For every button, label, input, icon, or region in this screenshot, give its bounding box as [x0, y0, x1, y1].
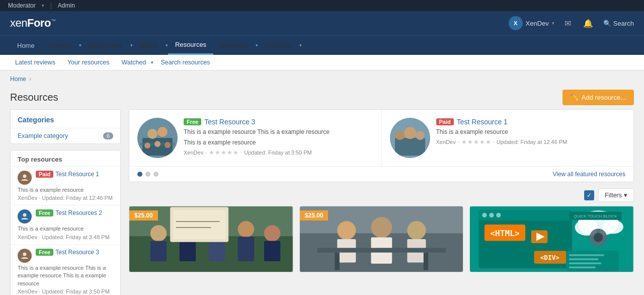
badge-paid: Paid — [436, 118, 454, 125]
add-resource-button[interactable]: ✏️ Add resource... — [562, 90, 634, 105]
add-resource-label: Add resource... — [582, 94, 626, 101]
featured-item-2[interactable]: Paid Test Resource 1 This is a example r… — [382, 110, 634, 166]
main-nav: Home Forums ▾ What's new ▾ Media ▾ Resou… — [0, 35, 644, 55]
filter-check-button[interactable]: ✓ — [584, 190, 594, 200]
svg-point-9 — [144, 142, 150, 149]
moderator-link[interactable]: Moderator — [8, 2, 36, 9]
resource-name[interactable]: Test Resources 2 — [55, 209, 102, 216]
subnav-latest-reviews[interactable]: Latest reviews — [10, 55, 60, 70]
resource-name[interactable]: Test Resource 3 — [55, 249, 99, 256]
breadcrumb-home[interactable]: Home — [10, 76, 26, 83]
featured-author-1: XenDev — [184, 150, 203, 156]
featured-meta-2: XenDev · ★ ★ ★ ★ ★ · Updated: Friday at … — [436, 138, 626, 145]
example-category-link[interactable]: Example category — [18, 132, 68, 139]
svg-rect-24 — [209, 239, 225, 261]
featured-item[interactable]: Free Test Resource 3 This is a example r… — [129, 110, 382, 166]
resource-desc: This is a example resource This is a exa… — [18, 264, 113, 287]
alerts-button[interactable]: 🔔 — [581, 17, 595, 30]
svg-point-39 — [407, 221, 426, 240]
svg-point-49 — [497, 213, 501, 217]
featured-author-2: XenDev — [436, 139, 456, 145]
list-item[interactable]: Paid Test Resource 1 This is a example r… — [11, 166, 120, 205]
resource-desc: This is a example resource — [18, 225, 113, 233]
category-item[interactable]: Example category 6 — [11, 128, 120, 143]
logo[interactable]: xenForo™ — [10, 17, 55, 30]
watched-arrow: ▾ — [151, 60, 153, 65]
categories-section: Categories Example category 6 — [10, 109, 121, 144]
list-item[interactable]: Free Test Resource 3 This is a example r… — [11, 244, 120, 295]
svg-point-47 — [482, 213, 487, 217]
carousel-controls: View all featured resources — [129, 166, 633, 182]
search-label: Search — [613, 20, 634, 27]
svg-point-19 — [150, 225, 167, 241]
nav-media[interactable]: Media ▾ — [133, 37, 168, 54]
svg-point-58 — [603, 220, 624, 234]
search-icon: 🔍 — [603, 20, 611, 27]
resource-grid: $25.00 — [129, 206, 634, 272]
featured-carousel: Free Test Resource 3 This is a example r… — [129, 109, 634, 182]
card-image-1: $25.00 — [129, 206, 293, 272]
list-item[interactable]: Free Test Resources 2 This is a example … — [11, 205, 120, 244]
svg-point-1 — [23, 213, 27, 217]
edit-icon: ✏️ — [571, 94, 579, 101]
star-rating-2: ★ ★ ★ ★ ★ — [461, 138, 491, 145]
messages-button[interactable]: ✉ — [562, 17, 573, 30]
carousel-dot-3[interactable] — [153, 172, 158, 177]
featured-title-2[interactable]: Test Resource 1 — [457, 118, 508, 126]
breadcrumb-separator: › — [29, 76, 31, 83]
price-badge-2: $25.00 — [300, 210, 329, 220]
avatar — [18, 209, 32, 224]
nav-home[interactable]: Home — [10, 37, 42, 54]
resource-meta: XenDev · Updated: Friday at 12:46 PM — [18, 195, 113, 201]
badge-free: Free — [36, 209, 53, 216]
featured-updated-2: Updated: Friday at 12:46 PM — [497, 139, 568, 145]
badge-free: Free — [36, 249, 53, 256]
search-button[interactable]: 🔍 Search — [603, 20, 634, 27]
carousel-dots — [137, 172, 158, 177]
nav-members[interactable]: Members ▾ — [213, 37, 258, 54]
svg-rect-64 — [603, 236, 607, 239]
featured-thumb-1 — [137, 118, 178, 158]
products-arrow: ▾ — [299, 43, 302, 48]
filters-button[interactable]: Filters ▾ — [598, 188, 634, 202]
svg-rect-26 — [238, 237, 254, 261]
subnav-your-resources[interactable]: Your resources — [62, 55, 115, 70]
subnav-search-resources[interactable]: Search resources — [155, 55, 215, 70]
nav-whats-new[interactable]: What's new ▾ — [82, 37, 133, 54]
svg-rect-42 — [335, 253, 339, 270]
resource-card[interactable]: $25.00 — [299, 206, 464, 272]
star-rating-1: ★ ★ ★ ★ ★ — [209, 149, 238, 156]
card-image-2: $25.00 — [300, 206, 463, 272]
sub-nav: Latest reviews Your resources Watched ▾ … — [0, 55, 644, 70]
filters-bar: ✓ Filters ▾ — [129, 188, 634, 202]
svg-rect-61 — [597, 229, 600, 233]
resource-card[interactable]: $25.00 — [129, 206, 293, 272]
carousel-dot-2[interactable] — [145, 172, 150, 177]
nav-resources[interactable]: Resources — [168, 36, 213, 55]
nav-products[interactable]: Products ▾ — [258, 37, 301, 54]
subnav-watched[interactable]: Watched — [117, 55, 151, 70]
main-content: Free Test Resource 3 This is a example r… — [129, 109, 634, 295]
nav-forums[interactable]: Forums ▾ — [42, 37, 82, 54]
carousel-dot-1[interactable] — [137, 172, 142, 177]
svg-point-11 — [165, 142, 171, 148]
moderator-arrow: ▾ — [42, 3, 44, 8]
resource-card[interactable]: <HTML> <DIV> — [469, 206, 634, 272]
page-container: Categories Example category 6 Top resour… — [0, 109, 644, 295]
featured-desc-2: This is a example resource — [436, 128, 626, 136]
svg-point-0 — [23, 175, 27, 178]
svg-rect-67 — [569, 258, 598, 260]
svg-point-60 — [594, 233, 603, 242]
user-menu[interactable]: X XenDev ▾ — [509, 16, 554, 30]
filters-label: Filters — [605, 192, 622, 199]
badge-paid: Paid — [36, 171, 53, 178]
view-all-featured-link[interactable]: View all featured resources — [552, 171, 625, 178]
svg-point-25 — [238, 221, 254, 237]
svg-rect-66 — [569, 254, 604, 256]
breadcrumb: Home › — [0, 70, 644, 85]
featured-title-1[interactable]: Test Resource 3 — [204, 118, 255, 126]
svg-text:<DIV>: <DIV> — [540, 254, 560, 261]
resource-name[interactable]: Test Resource 1 — [55, 171, 99, 178]
avatar: X — [509, 16, 523, 30]
admin-link[interactable]: Admin — [58, 2, 75, 9]
